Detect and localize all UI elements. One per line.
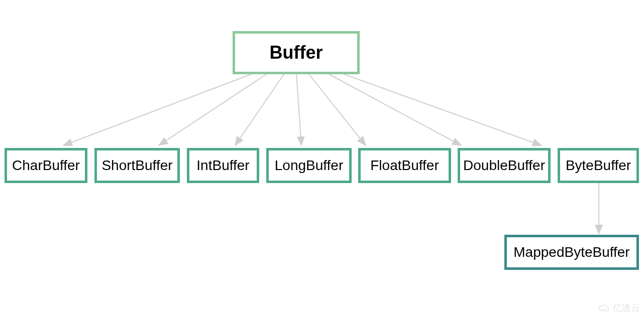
node-label: ByteBuffer bbox=[566, 157, 631, 174]
node-intbuffer: IntBuffer bbox=[187, 148, 259, 183]
node-label: IntBuffer bbox=[196, 157, 249, 174]
node-label: CharBuffer bbox=[12, 157, 80, 174]
svg-line-3 bbox=[296, 74, 301, 145]
svg-point-8 bbox=[602, 308, 603, 309]
svg-line-5 bbox=[329, 74, 461, 145]
svg-line-2 bbox=[235, 74, 284, 145]
watermark: 亿速云 bbox=[598, 302, 640, 314]
node-charbuffer: CharBuffer bbox=[5, 148, 87, 183]
node-label: MappedByteBuffer bbox=[513, 244, 629, 260]
node-label: Buffer bbox=[270, 42, 323, 63]
svg-line-1 bbox=[159, 74, 266, 145]
node-floatbuffer: FloatBuffer bbox=[358, 148, 451, 183]
cloud-icon bbox=[598, 303, 611, 312]
node-mappedbytebuffer: MappedByteBuffer bbox=[504, 235, 639, 270]
node-buffer: Buffer bbox=[233, 31, 360, 74]
watermark-text: 亿速云 bbox=[613, 302, 640, 314]
svg-point-9 bbox=[605, 308, 606, 309]
node-bytebuffer: ByteBuffer bbox=[558, 148, 639, 183]
svg-line-4 bbox=[309, 74, 366, 145]
node-shortbuffer: ShortBuffer bbox=[94, 148, 180, 183]
svg-line-0 bbox=[63, 74, 251, 145]
node-label: DoubleBuffer bbox=[463, 157, 545, 174]
node-label: LongBuffer bbox=[275, 157, 344, 174]
node-longbuffer: LongBuffer bbox=[266, 148, 352, 183]
node-doublebuffer: DoubleBuffer bbox=[458, 148, 551, 183]
svg-line-6 bbox=[344, 74, 542, 145]
node-label: FloatBuffer bbox=[370, 157, 439, 174]
node-label: ShortBuffer bbox=[101, 157, 172, 174]
